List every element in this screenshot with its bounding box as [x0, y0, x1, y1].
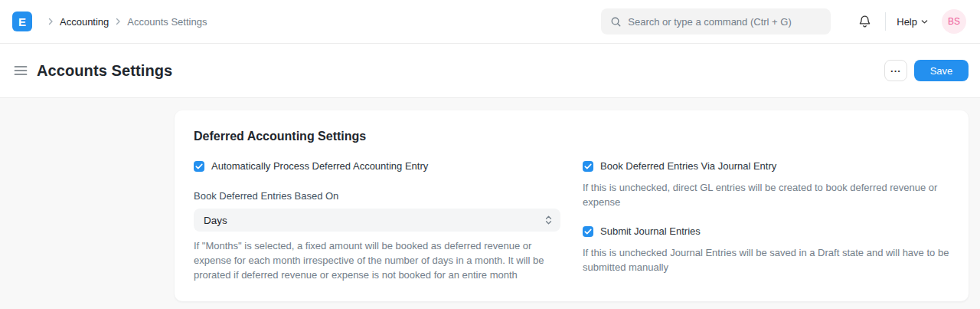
page-head-actions: ... Save: [884, 60, 969, 81]
deferred-accounting-settings-card: Deferred Accounting Settings Automatical…: [175, 110, 969, 301]
checkbox-label: Submit Journal Entries: [600, 225, 701, 237]
hamburger-icon: [14, 65, 28, 76]
chevron-right-icon: [47, 18, 54, 25]
search-input[interactable]: [628, 16, 822, 28]
chevron-right-icon: [114, 18, 122, 25]
page-body: Deferred Accounting Settings Automatical…: [0, 98, 980, 301]
breadcrumb: Accounting Accounts Settings: [41, 16, 207, 28]
checkbox-checked-icon: [583, 161, 593, 172]
book-via-journal-entry-checkbox[interactable]: Book Deferred Entries Via Journal Entry: [583, 160, 949, 172]
divider: [885, 12, 886, 31]
global-search[interactable]: [601, 8, 831, 35]
submit-journal-entries-checkbox[interactable]: Submit Journal Entries: [583, 225, 949, 237]
checkbox-label: Book Deferred Entries Via Journal Entry: [600, 160, 776, 172]
select-chevrons-icon: [545, 215, 552, 225]
bell-icon: [858, 15, 871, 28]
page-title: Accounts Settings: [37, 62, 172, 80]
avatar[interactable]: BS: [942, 9, 966, 34]
checkbox-checked-icon: [194, 161, 204, 172]
checkbox-label: Automatically Process Deferred Accountin…: [211, 160, 428, 172]
chevron-down-icon: [921, 19, 928, 25]
app-logo-icon[interactable]: E: [12, 12, 32, 31]
via-journal-help-text: If this is unchecked, direct GL entries …: [583, 180, 949, 209]
breadcrumb-accounting[interactable]: Accounting: [60, 16, 109, 28]
submit-journal-help-text: If this is unchecked Journal Entries wil…: [583, 245, 949, 274]
breadcrumb-accounts-settings: Accounts Settings: [127, 16, 207, 28]
navbar-right: Help BS: [601, 8, 966, 35]
page-head: Accounts Settings ... Save: [0, 44, 980, 98]
based-on-field-label: Book Deferred Entries Based On: [194, 190, 560, 202]
save-button[interactable]: Save: [914, 60, 969, 81]
notifications-button[interactable]: [855, 12, 874, 31]
help-menu-button[interactable]: Help: [897, 16, 928, 28]
help-label: Help: [897, 16, 917, 28]
select-value: Days: [204, 215, 545, 226]
auto-process-deferred-entry-checkbox[interactable]: Automatically Process Deferred Accountin…: [194, 160, 560, 172]
search-icon: [610, 16, 622, 28]
section-title: Deferred Accounting Settings: [194, 130, 949, 143]
based-on-help-text: If "Months" is selected, a fixed amount …: [194, 238, 560, 282]
sidebar-toggle-button[interactable]: [12, 62, 29, 79]
left-column: Automatically Process Deferred Accountin…: [194, 160, 560, 282]
right-column: Book Deferred Entries Via Journal Entry …: [583, 160, 949, 282]
navbar: E Accounting Accounts Settings: [0, 0, 980, 44]
menu-ellipsis-button[interactable]: ...: [884, 60, 907, 81]
based-on-select[interactable]: Days: [194, 209, 560, 232]
checkbox-checked-icon: [583, 226, 593, 237]
form-columns: Automatically Process Deferred Accountin…: [194, 160, 949, 282]
